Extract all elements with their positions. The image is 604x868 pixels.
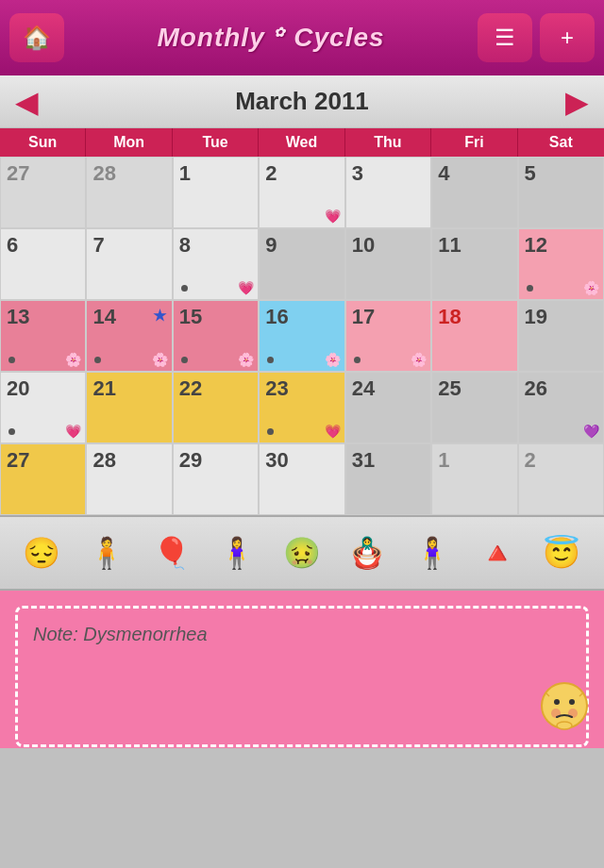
cell-date-number: 2 bbox=[265, 161, 338, 186]
day-header-sat: Sat bbox=[518, 128, 604, 157]
cell-dot bbox=[181, 285, 188, 292]
calendar-cell[interactable]: 1 bbox=[173, 157, 259, 228]
symbol-item-6[interactable]: 🧍‍♀️ bbox=[413, 535, 451, 571]
symbol-item-3[interactable]: 🧍‍♀️ bbox=[218, 535, 256, 571]
cell-emoji: 💗 bbox=[238, 280, 254, 295]
app-header: 🏠 Monthly ✿ Cycles ☰ + bbox=[0, 0, 604, 75]
cell-emoji: 🌸 bbox=[325, 352, 341, 367]
calendar-cell[interactable]: 17🌸 bbox=[345, 300, 431, 372]
calendar-cell[interactable]: 28 bbox=[86, 443, 172, 515]
calendar-cell[interactable]: 27 bbox=[0, 157, 86, 228]
title-monthly: Monthly bbox=[157, 23, 264, 52]
cell-date-number: 27 bbox=[7, 161, 79, 186]
calendar-day-headers: SunMonTueWedThuFriSat bbox=[0, 128, 604, 157]
cell-emoji: 💜 bbox=[583, 424, 599, 439]
month-title: March 2011 bbox=[235, 87, 369, 116]
note-container: Note: Dysmenorrhea bbox=[0, 591, 604, 748]
cell-date-number: 12 bbox=[525, 233, 597, 258]
cell-dot bbox=[8, 357, 15, 363]
cell-date-number: 28 bbox=[92, 448, 165, 473]
calendar-cell[interactable]: 3 bbox=[345, 157, 431, 228]
right-arrow-icon: ▶ bbox=[565, 85, 589, 119]
cell-date-number: 27 bbox=[7, 448, 79, 473]
symbol-item-2[interactable]: 🎈 bbox=[153, 535, 191, 571]
cell-date-number: 20 bbox=[7, 376, 79, 401]
calendar-cell[interactable]: 6 bbox=[0, 228, 86, 300]
calendar-cell[interactable]: 11 bbox=[431, 228, 517, 300]
cell-date-number: 9 bbox=[265, 233, 338, 258]
calendar-cell[interactable]: 23💗 bbox=[259, 372, 344, 443]
calendar-cell[interactable]: 31 bbox=[345, 443, 431, 515]
home-button[interactable]: 🏠 bbox=[9, 13, 64, 62]
home-icon: 🏠 bbox=[23, 25, 51, 51]
cell-date-number: 31 bbox=[352, 448, 425, 473]
calendar-cell[interactable]: 4 bbox=[431, 157, 517, 228]
calendar-cell[interactable]: 27 bbox=[0, 443, 86, 515]
calendar-cell[interactable]: 26💜 bbox=[518, 372, 604, 443]
cell-emoji: 🌸 bbox=[583, 280, 599, 295]
cell-date-number: 15 bbox=[179, 305, 252, 329]
cell-date-number: 29 bbox=[179, 448, 252, 473]
cell-emoji: 🌸 bbox=[411, 352, 427, 367]
cell-date-number: 4 bbox=[438, 161, 511, 186]
calendar-cell[interactable]: 14★🌸 bbox=[86, 300, 172, 372]
left-arrow-icon: ◀ bbox=[15, 85, 39, 119]
calendar-cell[interactable]: 7 bbox=[86, 228, 172, 300]
cell-emoji: 🌸 bbox=[65, 352, 81, 367]
cell-date-number: 28 bbox=[92, 161, 165, 186]
cell-dot bbox=[267, 428, 274, 435]
calendar-cell[interactable]: 18 bbox=[431, 300, 517, 372]
calendar-cell[interactable]: 28 bbox=[86, 157, 172, 228]
cell-date-number: 30 bbox=[265, 448, 338, 473]
calendar-cell[interactable]: 1 bbox=[431, 443, 517, 515]
calendar-cell[interactable]: 13🌸 bbox=[0, 300, 86, 372]
cell-date-number: 25 bbox=[438, 376, 511, 401]
face-icon bbox=[540, 681, 589, 741]
symbol-item-8[interactable]: 😇 bbox=[543, 535, 580, 571]
cell-date-number: 22 bbox=[179, 376, 252, 401]
calendar-cell[interactable]: 25 bbox=[431, 372, 517, 443]
calendar-cell[interactable]: 21 bbox=[86, 372, 172, 443]
calendar-cell[interactable]: 2💗 bbox=[259, 157, 344, 228]
note-text: Note: Dysmenorrhea bbox=[33, 624, 208, 644]
cell-date-number: 1 bbox=[179, 161, 252, 186]
symbol-item-7[interactable]: 🔺 bbox=[478, 535, 516, 571]
calendar-cell[interactable]: 16🌸 bbox=[259, 300, 344, 372]
calendar-cell[interactable]: 8💗 bbox=[173, 228, 259, 300]
symbol-item-4[interactable]: 🤢 bbox=[283, 535, 321, 571]
calendar-cell[interactable]: 2 bbox=[518, 443, 604, 515]
calendar-cell[interactable]: 15🌸 bbox=[173, 300, 259, 372]
day-header-tue: Tue bbox=[173, 128, 259, 157]
calendar-cell[interactable]: 10 bbox=[345, 228, 431, 300]
calendar-cell[interactable]: 29 bbox=[173, 443, 259, 515]
add-icon: + bbox=[561, 25, 574, 51]
cell-date-number: 24 bbox=[352, 376, 425, 401]
calendar-cell[interactable]: 5 bbox=[518, 157, 604, 228]
note-area[interactable]: Note: Dysmenorrhea bbox=[15, 606, 589, 747]
calendar-cell[interactable]: 24 bbox=[345, 372, 431, 443]
svg-point-1 bbox=[554, 699, 560, 705]
symbol-item-0[interactable]: 😔 bbox=[23, 535, 60, 571]
cell-date-number: 10 bbox=[352, 233, 425, 258]
prev-month-button[interactable]: ◀ bbox=[15, 84, 39, 120]
day-header-fri: Fri bbox=[431, 128, 517, 157]
calendar-cell[interactable]: 12🌸 bbox=[518, 228, 604, 300]
month-navigation: ◀ March 2011 ▶ bbox=[0, 75, 604, 128]
calendar-cell[interactable]: 22 bbox=[173, 372, 259, 443]
calendar-cell[interactable]: 19 bbox=[518, 300, 604, 372]
next-month-button[interactable]: ▶ bbox=[565, 84, 589, 120]
cell-dot bbox=[354, 357, 361, 363]
calendar-cell[interactable]: 30 bbox=[259, 443, 344, 515]
cell-dot bbox=[8, 428, 15, 435]
calendar-cell[interactable]: 20💗 bbox=[0, 372, 86, 443]
symbol-item-5[interactable]: 🪆 bbox=[348, 535, 386, 571]
cell-dot bbox=[181, 357, 188, 363]
list-button[interactable]: ☰ bbox=[478, 13, 532, 62]
calendar-grid: 272812💗345678💗9101112🌸13🌸14★🌸15🌸16🌸17🌸18… bbox=[0, 157, 604, 515]
cell-date-number: 11 bbox=[438, 233, 511, 258]
cell-date-number: 8 bbox=[179, 233, 252, 258]
calendar-cell[interactable]: 9 bbox=[259, 228, 344, 300]
cell-date-number: 21 bbox=[92, 376, 165, 401]
symbol-item-1[interactable]: 🧍 bbox=[88, 535, 126, 571]
add-button[interactable]: + bbox=[540, 13, 595, 62]
